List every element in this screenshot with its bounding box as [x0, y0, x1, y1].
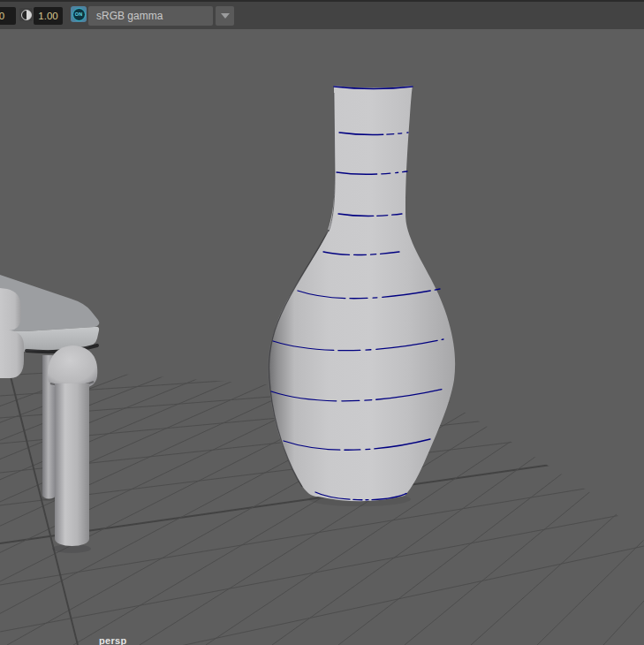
- gamma-contrast-icon[interactable]: [19, 8, 33, 21]
- gamma-field[interactable]: 1.00: [34, 7, 63, 25]
- half-circle-contrast-icon: [21, 10, 32, 20]
- view-transform-dropdown[interactable]: sRGB gamma: [88, 6, 213, 26]
- table-front-leg: [55, 383, 89, 546]
- view-transform-selected: sRGB gamma: [96, 10, 163, 22]
- maya-viewport-window: { "toolbar": { "exposure_value": "0", "g…: [0, 0, 644, 645]
- scene-svg: [0, 0, 644, 645]
- view-transform-chevron-button[interactable]: [216, 6, 234, 26]
- toolbar-top-divider: [0, 0, 644, 2]
- exposure-value: 0: [0, 11, 4, 21]
- gamma-on-toggle[interactable]: ON: [71, 6, 87, 22]
- viewport-3d[interactable]: [0, 0, 644, 645]
- on-toggle-icon: ON: [72, 8, 86, 21]
- table-left-leg-upper: [0, 330, 24, 378]
- exposure-field[interactable]: 0: [0, 7, 16, 25]
- color-management-toolbar: 0 1.00 ON sRGB gamma: [0, 0, 644, 29]
- gamma-value: 1.00: [38, 11, 57, 21]
- chevron-down-icon: [221, 13, 230, 19]
- camera-label: persp: [99, 635, 126, 645]
